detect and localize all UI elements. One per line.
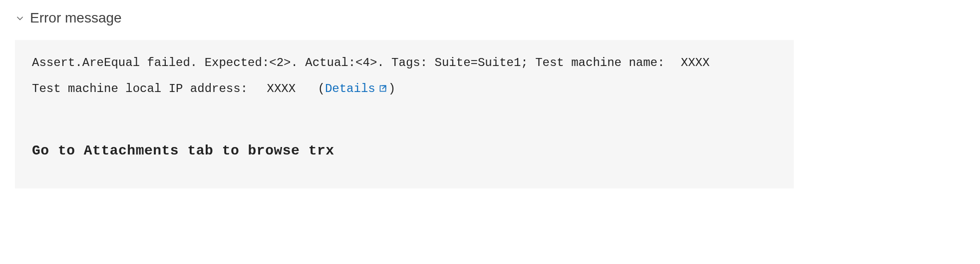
- machine-name-value: XXXX: [681, 54, 710, 72]
- external-link-icon: [378, 84, 387, 93]
- error-message-panel: Assert.AreEqual failed. Expected:<2>. Ac…: [15, 40, 794, 188]
- error-line-1: Assert.AreEqual failed. Expected:<2>. Ac…: [32, 54, 777, 72]
- svg-line-1: [382, 86, 386, 89]
- ip-value: XXXX: [267, 80, 296, 98]
- assert-text: Assert.AreEqual failed. Expected:<2>. Ac…: [32, 56, 664, 70]
- chevron-down-icon: [15, 13, 25, 23]
- ip-label: Test machine local IP address:: [32, 82, 248, 96]
- paren-open: (: [318, 82, 325, 96]
- paren-close: ): [388, 82, 395, 96]
- error-line-2: Test machine local IP address: XXXX (Det…: [32, 80, 777, 98]
- section-title: Error message: [30, 10, 122, 26]
- details-link[interactable]: Details: [325, 82, 388, 96]
- details-label: Details: [325, 82, 375, 96]
- section-header[interactable]: Error message: [15, 10, 965, 26]
- attachments-note: Go to Attachments tab to browse trx: [32, 143, 777, 158]
